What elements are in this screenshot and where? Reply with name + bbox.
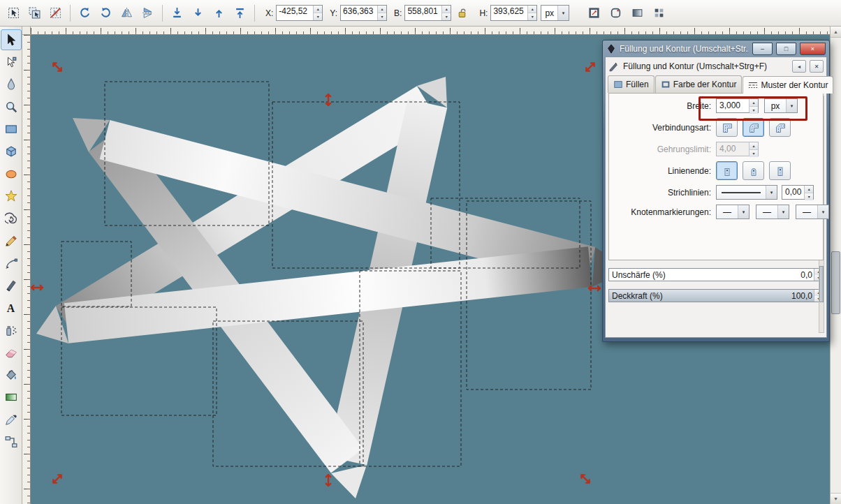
tab-stroke-style[interactable]: Muster der Kontur [743,76,833,94]
lower-button[interactable] [188,3,208,23]
join-label: Verbindungsart: [613,123,716,133]
stroke-width-unit-dropdown[interactable]: px ▾ [764,98,798,113]
lock-ratio-button[interactable] [452,3,472,23]
maximize-button[interactable]: □ [776,43,796,55]
vertical-ruler[interactable] [22,35,31,504]
tool-spray[interactable] [1,320,22,341]
dock-arrow-button[interactable]: ◂ [792,60,806,73]
tab-stroke-paint[interactable]: Farbe der Kontur [655,75,743,93]
open-lock-icon [456,7,468,19]
fill-stroke-icon [608,61,620,72]
scroll-up-icon[interactable]: ▲ [831,27,841,38]
x-spinner[interactable]: ▴▾ [313,6,322,20]
node-marker-combo-1[interactable]: —▾ [716,205,749,219]
tool-eraser[interactable] [1,342,22,363]
solid-line-icon [717,189,766,196]
y-input[interactable]: 636,363 ▴▾ [340,5,387,21]
tool-star[interactable] [1,186,22,207]
scroll-down-icon[interactable]: ▼ [831,493,841,504]
tab-stroke-paint-label: Farbe der Kontur [673,80,737,89]
opacity-label: Deckkraft (%) [609,291,791,301]
inkscape-window: X: -425,52 ▴▾ Y: 636,363 ▴▾ B: 558,801 ▴… [0,0,841,504]
node-marker-combo-2[interactable]: —▾ [756,205,789,219]
scrollbar-thumb[interactable] [831,251,840,314]
close-button[interactable]: × [800,43,826,55]
rotate-ccw-button[interactable] [75,3,95,23]
dash-pattern-dropdown[interactable]: ▾ [716,185,777,200]
tool-connector[interactable] [1,431,22,452]
tool-gradient[interactable] [1,387,22,408]
flip-horizontal-button[interactable] [117,3,137,23]
y-spinner[interactable]: ▴▾ [377,6,386,20]
blur-slider[interactable]: Unschärfe (%) 0,0 ▴▾ [608,268,824,281]
tool-bezier-pen[interactable] [1,253,22,274]
tab-fill-label: Füllen [626,80,649,89]
deselect-button[interactable] [45,3,66,23]
toggle-transform-patterns[interactable] [649,3,669,23]
tab-fill[interactable]: Füllen [608,75,654,93]
horizontal-ruler[interactable] [31,27,830,35]
dash-offset-spinner[interactable]: ▴▾ [804,186,813,199]
blur-label: Unschärfe (%) [609,270,800,280]
chevron-down-icon: ▾ [738,205,749,218]
width-spinner[interactable]: ▴▾ [441,6,451,20]
rotate-flip-button-group [75,3,158,23]
raise-button[interactable] [209,3,229,23]
stroke-style-panel: Breite: 3,000 ▴▾ px ▾ Verbindungsart: Ge… [608,93,824,260]
ribbon-star-object[interactable] [36,77,629,498]
tool-tweak[interactable] [1,74,22,95]
stroke-width-label: Breite: [613,101,716,111]
tab-stroke-style-label: Muster der Kontur [761,80,828,90]
tool-selector[interactable] [1,29,22,50]
chevron-down-icon: ▾ [557,6,569,20]
tool-zoom[interactable] [1,96,22,117]
miter-limit-input[interactable]: 4,00 ▴▾ [716,142,759,156]
toggle-scale-rounded-corners[interactable] [606,3,626,23]
select-all-button[interactable] [3,3,24,23]
cap-square-button[interactable] [769,161,791,180]
select-all-in-layers-button[interactable] [24,3,45,23]
toggle-scale-stroke-width[interactable] [584,3,604,23]
tool-calligraphy[interactable] [1,275,22,296]
opacity-slider[interactable]: Deckkraft (%) 100,0 ▴▾ [608,289,824,302]
x-input[interactable]: -425,52 ▴▾ [276,5,323,21]
join-bevel-button[interactable] [769,118,791,137]
chevron-down-icon: ▾ [777,205,789,218]
lower-to-bottom-button[interactable] [167,3,187,23]
node-marker-combo-3[interactable]: —▾ [796,205,829,219]
units-dropdown[interactable]: px ▾ [541,5,569,21]
chevron-down-icon: ▾ [817,205,828,218]
dialog-titlebar[interactable]: Füllung und Kontur (Umschalt+Str... – □ … [605,40,827,57]
miter-limit-spinner[interactable]: ▴▾ [749,142,758,156]
toggle-transform-gradients[interactable] [627,3,648,23]
join-round-button[interactable] [743,118,764,137]
tool-rectangle[interactable] [1,119,22,140]
minimize-button[interactable]: – [752,43,773,55]
dialog-scrollbar-thumb[interactable] [819,266,824,302]
rotate-cw-button[interactable] [96,3,116,23]
tool-box-3d[interactable] [1,141,22,162]
cap-butt-button[interactable] [716,161,738,180]
tool-spiral[interactable] [1,208,22,229]
raise-to-top-button[interactable] [230,3,250,23]
dialog-body: Füllung und Kontur (Umschalt+Strg+F) ◂ ✕… [605,57,827,338]
stroke-width-input[interactable]: 3,000 ▴▾ [716,98,759,113]
dash-offset-input[interactable]: 0,00 ▴▾ [782,185,814,200]
width-input[interactable]: 558,801 ▴▾ [404,5,451,21]
tool-node-editor[interactable] [1,52,22,73]
join-miter-button[interactable] [716,118,738,137]
canvas-vertical-scrollbar[interactable]: ▲ ▼ [830,27,841,504]
tool-dropper[interactable] [1,409,22,430]
flip-vertical-button[interactable] [138,3,158,23]
stroke-width-spinner[interactable]: ▴▾ [749,99,758,112]
tool-pencil[interactable] [1,230,22,251]
cap-round-button[interactable] [743,161,764,180]
tool-ellipse[interactable] [1,163,22,184]
height-spinner[interactable]: ▴▾ [527,6,536,20]
height-input[interactable]: 393,625 ▴▾ [490,5,537,21]
tool-text[interactable]: A [1,297,22,318]
dialog-close-button[interactable]: ✕ [810,60,824,73]
join-buttons [716,118,796,137]
tool-paint-bucket[interactable] [1,364,22,385]
selection-button-group [3,3,66,23]
